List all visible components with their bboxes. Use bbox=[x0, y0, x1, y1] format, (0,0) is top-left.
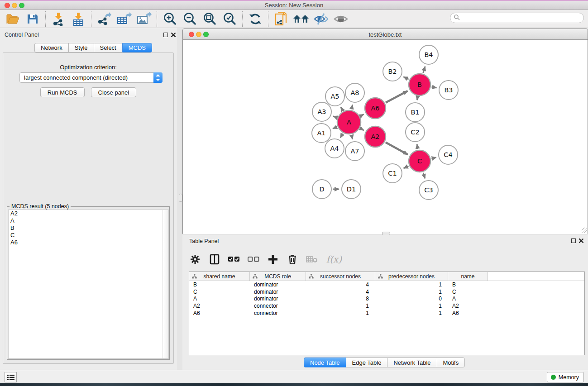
graph-edge[interactable] bbox=[360, 129, 363, 130]
optimization-criterion-dropdown[interactable]: largest connected component (directed) bbox=[19, 72, 163, 83]
zoom-out-icon[interactable] bbox=[182, 11, 198, 27]
show-columns-icon[interactable] bbox=[208, 253, 221, 266]
search-input[interactable] bbox=[450, 13, 584, 23]
graph-edge[interactable] bbox=[417, 97, 417, 100]
table-cell[interactable]: 4 bbox=[306, 289, 375, 295]
graph-edge[interactable] bbox=[386, 91, 408, 103]
table-cell[interactable]: A bbox=[448, 295, 488, 302]
table-cell[interactable]: C bbox=[448, 289, 488, 295]
import-table-icon[interactable] bbox=[70, 11, 86, 27]
table-cell[interactable]: C bbox=[189, 289, 250, 295]
zoom-selected-icon[interactable] bbox=[221, 11, 238, 27]
table-cell[interactable]: A6 bbox=[189, 310, 250, 316]
close-panel-icon[interactable] bbox=[171, 32, 176, 38]
graph-edge[interactable] bbox=[417, 144, 418, 149]
vertical-splitter-handle[interactable] bbox=[179, 194, 182, 202]
settings-gear-icon[interactable] bbox=[189, 253, 201, 266]
table-cell[interactable]: A2 bbox=[189, 303, 250, 309]
table-cell[interactable]: dominator bbox=[250, 295, 306, 302]
graph-edge[interactable] bbox=[403, 77, 408, 80]
graph-edge[interactable] bbox=[404, 166, 409, 168]
tab-select[interactable]: Select bbox=[94, 43, 122, 52]
dropdown-stepper-icon[interactable] bbox=[153, 72, 163, 83]
table-cell[interactable]: connector bbox=[250, 310, 306, 316]
result-item[interactable]: A2 bbox=[9, 210, 168, 217]
table-cell[interactable]: 1 bbox=[306, 303, 375, 309]
graph-edge[interactable] bbox=[432, 87, 437, 88]
table-cell[interactable]: 0 bbox=[375, 295, 448, 302]
graph-edge[interactable] bbox=[333, 127, 337, 129]
table-cell[interactable]: connector bbox=[250, 303, 306, 309]
graph-edge[interactable] bbox=[341, 107, 343, 111]
hide-details-icon[interactable] bbox=[313, 11, 329, 27]
export-table-icon[interactable] bbox=[116, 11, 132, 27]
result-list-scrollbar[interactable] bbox=[163, 210, 168, 358]
tab-network[interactable]: Network bbox=[34, 43, 68, 52]
column-header-mcds-role[interactable]: MCDS role bbox=[250, 272, 306, 281]
graph-edge[interactable] bbox=[431, 157, 436, 158]
table-row[interactable]: A6connector11A6 bbox=[189, 310, 584, 317]
table-cell[interactable]: 4 bbox=[306, 281, 375, 288]
export-network-icon[interactable] bbox=[96, 11, 112, 27]
table-cell[interactable]: A6 bbox=[448, 310, 488, 316]
import-network-icon[interactable] bbox=[50, 11, 67, 27]
tab-edge-table[interactable]: Edge Table bbox=[346, 357, 387, 367]
export-image-icon[interactable] bbox=[136, 11, 152, 27]
graph-edge[interactable] bbox=[423, 173, 425, 178]
result-item[interactable]: A6 bbox=[9, 239, 168, 246]
network-window-titlebar[interactable]: testGlobe.txt bbox=[183, 29, 588, 40]
graph-edge[interactable] bbox=[361, 114, 364, 116]
network-canvas[interactable]: B4B2BB3A5A8A6B1A3AC2A1A2A4A7C4CC1C3DD1 bbox=[183, 40, 588, 234]
select-all-checks-icon[interactable] bbox=[228, 253, 240, 266]
tab-network-table[interactable]: Network Table bbox=[387, 357, 436, 367]
home-reset-icon[interactable] bbox=[293, 11, 309, 27]
node-table[interactable]: shared name MCDS role successor nodes pr… bbox=[189, 272, 585, 355]
table-cell[interactable]: 1 bbox=[375, 281, 448, 288]
table-cell[interactable]: 1 bbox=[375, 310, 448, 316]
open-session-icon[interactable] bbox=[5, 11, 21, 27]
table-cell[interactable]: B bbox=[189, 281, 250, 288]
table-cell[interactable]: 1 bbox=[375, 289, 448, 295]
table-cell[interactable]: A bbox=[189, 295, 250, 302]
memory-button[interactable]: Memory bbox=[547, 372, 584, 382]
table-row[interactable]: Bdominator41B bbox=[189, 281, 584, 288]
task-history-button[interactable] bbox=[5, 372, 17, 382]
tab-mcds[interactable]: MCDS bbox=[122, 43, 152, 52]
function-builder-icon[interactable]: f(x) bbox=[325, 253, 343, 266]
graph-edge[interactable] bbox=[352, 105, 353, 109]
table-cell[interactable]: B bbox=[448, 281, 488, 288]
run-mcds-button[interactable]: Run MCDS bbox=[40, 87, 85, 97]
table-row[interactable]: Cdominator41C bbox=[189, 288, 584, 295]
tab-node-table[interactable]: Node Table bbox=[304, 357, 346, 367]
delete-column-icon[interactable] bbox=[286, 253, 299, 266]
float-table-panel-icon[interactable] bbox=[571, 238, 576, 243]
refresh-view-icon[interactable] bbox=[247, 11, 263, 27]
window-resize-grip[interactable] bbox=[582, 228, 587, 233]
graph-edge[interactable] bbox=[333, 116, 337, 118]
table-cell[interactable]: 8 bbox=[306, 295, 375, 302]
close-panel-button[interactable]: Close panel bbox=[91, 87, 137, 97]
column-header-name[interactable]: name bbox=[448, 272, 488, 281]
table-cell[interactable]: A2 bbox=[448, 303, 488, 309]
result-item[interactable]: C bbox=[9, 232, 168, 239]
graph-edge[interactable] bbox=[423, 67, 425, 73]
float-panel-icon[interactable] bbox=[163, 33, 168, 37]
table-row[interactable]: Adominator80A bbox=[189, 295, 584, 303]
birdseye-view-icon[interactable] bbox=[333, 11, 349, 27]
graph-edge[interactable] bbox=[386, 143, 408, 155]
table-row[interactable]: A2connector11A2 bbox=[189, 302, 584, 310]
mcds-result-list[interactable]: A2ABCA6 bbox=[8, 210, 169, 359]
column-header-predecessor-nodes[interactable]: predecessor nodes bbox=[375, 272, 448, 281]
column-header-successor-nodes[interactable]: successor nodes bbox=[306, 272, 375, 281]
clone-network-icon[interactable] bbox=[273, 11, 289, 27]
table-cell[interactable]: 1 bbox=[306, 310, 375, 316]
tab-motifs[interactable]: Motifs bbox=[437, 357, 465, 367]
delete-table-icon[interactable] bbox=[306, 253, 318, 266]
result-item[interactable]: A bbox=[9, 217, 168, 224]
zoom-fit-icon[interactable] bbox=[201, 11, 218, 27]
graph-edge[interactable] bbox=[340, 133, 343, 138]
tab-style[interactable]: Style bbox=[68, 43, 94, 52]
table-cell[interactable]: 1 bbox=[375, 303, 448, 309]
deselect-all-checks-icon[interactable] bbox=[247, 253, 260, 266]
graph-edge[interactable] bbox=[352, 135, 353, 139]
